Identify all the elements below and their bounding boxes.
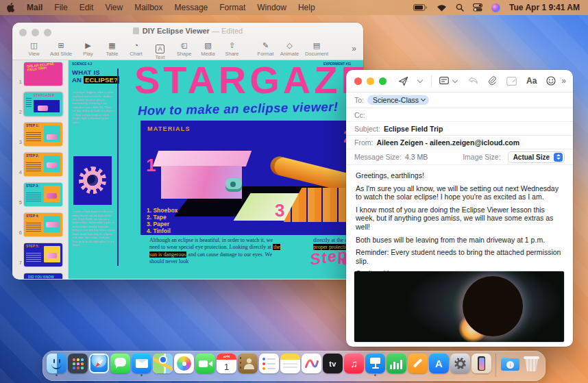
slide-title[interactable]: STARGAZER [134, 60, 363, 102]
apple-menu-icon[interactable] [7, 3, 15, 12]
dock-item-reminders[interactable] [259, 354, 279, 375]
mail-toolbar[interactable]: Aa » [346, 70, 573, 92]
header-fields-button[interactable] [434, 74, 463, 88]
chart-button[interactable]: ◔Chart [124, 41, 148, 57]
siri-icon[interactable] [491, 3, 500, 12]
emoji-button[interactable] [541, 74, 561, 88]
markup-button[interactable] [502, 74, 522, 88]
menu-bar-clock[interactable]: Tue Apr 1 9:41 AM [509, 3, 580, 12]
slide-thumbnail-row[interactable]: 3 STEP 1: [15, 123, 68, 146]
slide-navigator[interactable]: 1 SOLAR ECLIPSE FIELD TRIP! 2 STARGAZER [12, 60, 69, 279]
slide-canvas[interactable]: SCIENCE 4.2 EXPERIMENT #11 WHAT IS AN EC… [69, 60, 363, 279]
slide-heading[interactable]: WHAT IS AN ECLIPSE? [72, 69, 119, 84]
table-button[interactable]: ▦Table [100, 41, 124, 57]
dock-item-music[interactable]: ♫ [344, 354, 364, 375]
materials-box[interactable]: MATERIALS 1 2 3 4 1. Shoebox 2. Tape [140, 121, 363, 235]
slide-thumbnail[interactable]: STEP 1: [24, 123, 62, 146]
dock-item-messages[interactable] [110, 354, 130, 375]
recipient-token[interactable]: Science-Class [367, 95, 429, 106]
image-size-select[interactable]: Actual Size [508, 151, 565, 163]
zoom-button[interactable] [379, 77, 387, 85]
slide-paragraph-eclipse[interactable]: An eclipse happens when a moon or planet… [72, 90, 115, 124]
minimize-button[interactable] [32, 29, 39, 36]
menu-item-mail[interactable]: Mail [27, 3, 42, 12]
dock-item-notes[interactable] [280, 354, 300, 375]
zoom-button[interactable] [44, 29, 51, 36]
close-button[interactable] [354, 77, 362, 85]
shape-button[interactable]: ○◻Shape [172, 41, 196, 57]
keynote-titlebar[interactable]: DIY Eclipse Viewer — Edited [12, 23, 363, 40]
slide-thumbnail-row[interactable]: 7 STEP 5: [15, 243, 68, 267]
dock-item-safari[interactable] [89, 354, 109, 375]
slide-thumbnail[interactable]: STEP 3: [24, 183, 62, 206]
animate-button[interactable]: ◇Animate [278, 41, 302, 57]
send-options-chevron[interactable] [413, 74, 428, 88]
menu-item-view[interactable]: View [105, 3, 123, 12]
text-button[interactable]: AText [148, 41, 172, 60]
dock-item-finder[interactable] [47, 354, 66, 375]
sun-illustration[interactable] [73, 156, 112, 205]
search-icon[interactable] [456, 3, 464, 12]
menu-item-help[interactable]: Help [298, 3, 315, 12]
dock-item-keynote[interactable] [365, 354, 385, 375]
slide-thumbnail-row[interactable]: 8 DID YOU KNOW [15, 273, 68, 279]
slide-paragraph-solar[interactable]: A solar eclipse happens when the moon bl… [72, 210, 115, 247]
dock-item-appstore[interactable]: A [429, 354, 449, 375]
slide-thumbnail[interactable]: SOLAR ECLIPSE FIELD TRIP! [24, 62, 62, 86]
wifi-icon[interactable] [437, 4, 447, 12]
dock-item-iphone-mirroring[interactable] [471, 354, 491, 375]
slide-thumbnail[interactable]: STEP 4: [24, 213, 62, 236]
reply-button[interactable] [463, 74, 483, 88]
dock-item-tv[interactable]: tv [323, 354, 343, 375]
control-center-icon[interactable] [473, 3, 482, 12]
minimize-button[interactable] [367, 77, 374, 85]
toolbar-overflow-button[interactable]: » [352, 41, 356, 53]
dock-item-downloads[interactable]: ↓ [500, 354, 520, 375]
format-button[interactable]: Aa [522, 74, 541, 88]
dock-item-photos[interactable] [174, 354, 194, 375]
media-button[interactable]: ▧Media [196, 41, 220, 57]
battery-icon[interactable] [413, 4, 428, 11]
menu-item-edit[interactable]: Edit [79, 3, 94, 12]
cc-field[interactable]: Cc: [346, 108, 573, 122]
share-button[interactable]: ⇧Share [220, 41, 244, 57]
slide-thumbnail-row[interactable]: 5 STEP 3: [15, 183, 68, 206]
slide-thumbnail[interactable]: DID YOU KNOW [24, 273, 62, 279]
close-button[interactable] [19, 29, 27, 36]
dock-item-mail[interactable] [132, 354, 151, 375]
dock-item-freeform[interactable] [302, 354, 321, 375]
eclipse-photo-attachment[interactable] [354, 271, 564, 342]
dock-item-calendar[interactable]: APR 1 [217, 354, 236, 375]
document-button[interactable]: ▤Document [302, 41, 332, 57]
slide-thumbnail-row[interactable]: 2 STARGAZER [15, 92, 68, 116]
slide-thumbnail-row[interactable]: 6 STEP 4: [15, 213, 68, 236]
dock-item-trash[interactable] [522, 354, 541, 375]
send-button[interactable] [393, 74, 413, 88]
slide-thumbnail-row[interactable]: 4 STEP 2: [15, 153, 68, 176]
dock-item-settings[interactable] [450, 354, 470, 375]
menu-item-file[interactable]: File [54, 3, 67, 12]
slide-thumbnail[interactable]: STEP 2: [24, 153, 62, 176]
dock-item-contacts[interactable] [238, 354, 258, 375]
dock-item-numbers[interactable] [387, 354, 406, 375]
toolbar-overflow-button[interactable]: » [561, 76, 566, 86]
menu-item-message[interactable]: Message [175, 3, 208, 12]
add-slide-button[interactable]: ⊞Add Slide [46, 41, 76, 57]
format-button[interactable]: ✎Format [254, 41, 278, 57]
warning-text-left[interactable]: Although an eclipse is beautiful, in ord… [149, 237, 284, 266]
from-field[interactable]: From: Aileen Zeigen - aileen.zeigen@iclo… [346, 136, 573, 149]
slide-thumbnail-row[interactable]: 1 SOLAR ECLIPSE FIELD TRIP! [15, 62, 68, 86]
view-button[interactable]: ◫View [22, 41, 46, 57]
menu-item-format[interactable]: Format [219, 3, 245, 12]
slide-thumbnail[interactable]: STEP 5: [24, 243, 62, 267]
slide-subtitle[interactable]: How to make an eclipse viewer! [138, 99, 339, 119]
menu-item-mailbox[interactable]: Mailbox [134, 3, 162, 12]
dock-item-launchpad[interactable] [68, 354, 88, 375]
subject-field[interactable]: Subject: Eclipse Field Trip [346, 122, 573, 136]
attach-button[interactable] [483, 74, 502, 88]
dock-item-facetime[interactable] [195, 354, 215, 375]
to-field[interactable]: To: Science-Class [346, 92, 573, 108]
dock-item-maps[interactable] [153, 354, 173, 375]
dock-item-pages[interactable] [408, 354, 428, 375]
play-button[interactable]: ▶Play [76, 41, 100, 57]
